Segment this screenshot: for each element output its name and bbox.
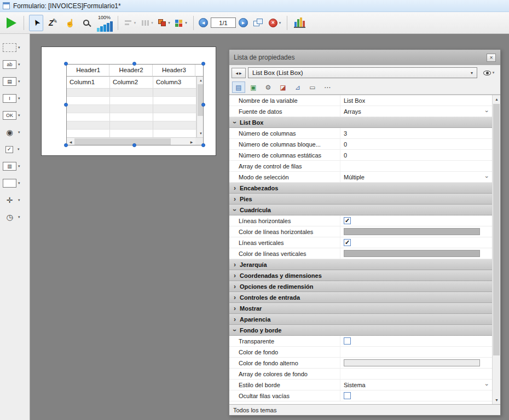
color-swatch[interactable] [344,250,480,257]
next-page-button[interactable]: ▶ [239,18,248,27]
selection-handle[interactable] [64,62,68,66]
rectangle-tool-button[interactable]: ▾ [0,177,28,189]
property-value-text[interactable]: Arrays [344,108,361,115]
chevron-down-icon[interactable]: ▾ [18,79,20,84]
form-canvas[interactable]: Header1Header2Header3 Column1Column2Colu… [41,46,216,156]
chevron-down-icon[interactable]: › [484,384,490,386]
select-tool-button[interactable]: ➤ [29,15,43,31]
section-header[interactable]: ›Encabezados [229,183,492,194]
tab-control-tool-button[interactable]: ◷▾ [0,211,28,223]
property-value-text[interactable]: 0 [344,141,347,148]
selection-handle[interactable] [132,143,136,147]
previous-page-button[interactable]: ◀ [199,18,208,27]
section-header[interactable]: ›Cuadrícula [229,205,492,215]
property-panel-titlebar[interactable]: Lista de propiedades ✕ [229,50,500,65]
property-value-text[interactable]: Múltiple [344,174,365,180]
section-header[interactable]: ›Mostrar [229,303,492,314]
manage-pages-button[interactable] [251,15,265,31]
chevron-down-icon[interactable]: ▾ [134,21,136,25]
section-header[interactable]: ›Apariencia [229,314,492,325]
listbox-object[interactable]: Header1Header2Header3 Column1Column2Colu… [66,64,204,145]
tab-picture[interactable]: ▣ [247,81,260,93]
listbox-tool-button[interactable]: ▥▾ [0,160,28,172]
chevron-down-icon[interactable]: ▾ [18,198,20,202]
zoom-level-control[interactable]: 100% [97,14,113,32]
selection-handle[interactable] [64,143,68,147]
section-header[interactable]: ›Jerarquía [229,259,492,270]
section-header[interactable]: ›Opciones de redimensión [229,281,492,292]
property-scrollbar[interactable]: ▲ ▼ [492,95,500,404]
selection-marquee-tool-button[interactable]: ▾ [0,42,28,54]
chevron-down-icon[interactable]: ▾ [185,21,187,25]
close-button[interactable]: ✕ [487,54,496,62]
chevron-down-icon[interactable]: ▾ [18,215,20,219]
listbox-builder-button[interactable] [292,15,306,31]
chevron-down-icon[interactable]: ▾ [18,147,20,151]
property-value-text[interactable]: 0 [344,152,347,159]
window-titlebar[interactable]: Formulario: [INVOICES]Formulario1* [0,0,509,12]
scroll-down-button[interactable]: ▼ [197,130,203,137]
property-value-text[interactable]: Sistema [344,382,366,388]
button-tool-button[interactable]: OK▾ [0,109,28,121]
align-objects-button[interactable]: ▾ [123,15,137,31]
chevron-down-icon[interactable]: › [484,176,490,178]
tab-chart[interactable]: ⊿ [291,81,304,93]
chevron-down-icon[interactable]: › [484,110,490,113]
zoom-tool-button[interactable] [80,15,94,31]
chevron-down-icon[interactable]: ▾ [18,130,20,135]
chevron-down-icon[interactable]: ▾ [18,181,20,185]
scroll-left-button[interactable]: ◀ [67,138,74,145]
input-field-tool-button[interactable]: ab▾ [0,59,28,71]
chevron-down-icon[interactable]: ▾ [18,113,20,118]
tab-display[interactable]: ▭ [306,81,319,93]
checkbox-unchecked[interactable] [344,392,351,399]
scrollbar-thumb[interactable] [74,138,171,145]
chevron-down-icon[interactable]: ▾ [18,164,20,168]
delete-page-button[interactable]: ✕ ▾ [268,15,282,31]
selection-handle[interactable] [64,103,68,107]
object-level-button[interactable]: ▾ [157,15,171,31]
distribute-objects-button[interactable]: ▾ [140,15,154,31]
tab-settings[interactable]: ⚙ [262,81,275,93]
selection-handle[interactable] [201,143,205,147]
color-swatch[interactable] [344,228,480,235]
execute-form-button[interactable] [4,15,19,31]
radio-button-tool-button[interactable]: ◉▾ [0,126,28,138]
chevron-down-icon[interactable]: ▾ [279,21,281,25]
section-header[interactable]: ›Fondo y borde [229,325,492,336]
scrollbar-thumb[interactable] [198,84,203,116]
checkbox-checked[interactable]: ✓ [344,239,351,246]
section-header[interactable]: ›Coordenadas y dimensiones [229,270,492,281]
scroll-up-button[interactable]: ▲ [493,95,500,103]
color-swatch[interactable] [344,359,480,366]
checkbox-unchecked[interactable] [344,337,351,345]
selection-handle[interactable] [201,103,205,107]
listbox-vertical-scrollbar[interactable]: ▲ ▼ [196,77,203,137]
chevron-down-icon[interactable]: ▾ [18,96,20,101]
checkbox-checked[interactable]: ✓ [344,217,351,224]
selection-handle[interactable] [201,62,205,66]
entry-order-button[interactable]: Z ✎ [46,15,60,31]
object-selector-dropdown[interactable]: List Box (List Box) ▾ [248,67,477,78]
checkbox-tool-button[interactable]: ✓▾ [0,143,28,155]
chevron-down-icon[interactable]: ▾ [151,21,153,25]
selection-handle[interactable] [132,62,136,66]
scroll-right-button[interactable]: ▶ [188,138,195,145]
variable-tool-button[interactable]: I▾ [0,92,28,104]
tab-data-source[interactable]: ◪ [276,81,290,93]
chevron-down-icon[interactable]: ▾ [168,21,170,25]
zoom-bars-icon[interactable] [97,21,113,32]
view-options-button[interactable]: ▾ [479,67,498,78]
scrollbar-thumb[interactable] [493,104,500,355]
tab-more-options[interactable]: ⋯ [321,81,334,93]
section-header[interactable]: ›Controles de entrada [229,292,492,303]
scroll-up-button[interactable]: ▲ [197,77,203,84]
pan-tool-button[interactable]: ☝ [63,15,77,31]
tab-property-list[interactable]: ▤ [232,81,245,93]
chevron-down-icon[interactable]: ▾ [18,45,20,50]
object-prev-next-button[interactable]: ◀ ▶ [232,68,246,78]
scroll-down-button[interactable]: ▼ [493,396,500,404]
chevron-down-icon[interactable]: ▾ [18,62,20,67]
subform-tool-button[interactable]: ▤▾ [0,75,28,88]
splitter-tool-button[interactable]: ✛▾ [0,194,28,206]
